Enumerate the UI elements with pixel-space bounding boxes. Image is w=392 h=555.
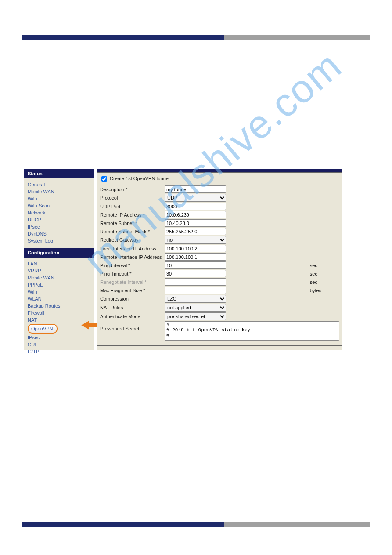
top-bar xyxy=(22,35,370,40)
top-bar-right xyxy=(224,35,370,40)
top-bar-left xyxy=(22,35,224,40)
